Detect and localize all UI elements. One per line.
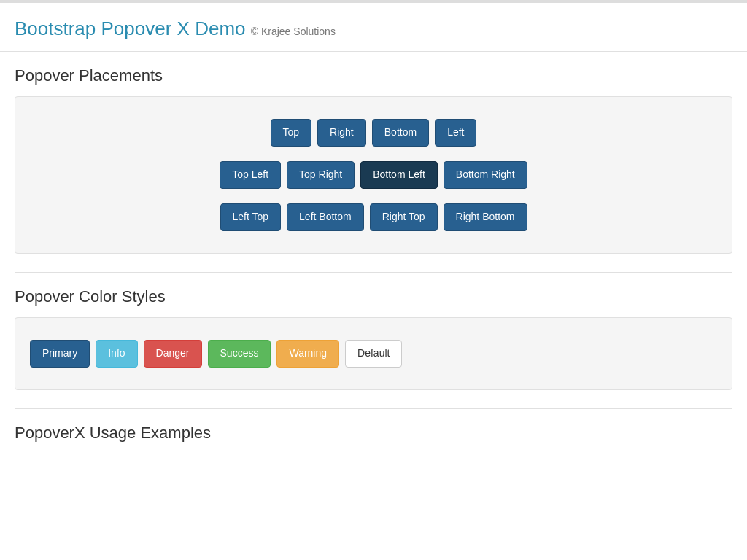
placement-row-3: Left Top Left Bottom Right Top Right Bot… [30,203,717,231]
btn-color-primary[interactable]: Primary [30,340,90,368]
btn-bottom[interactable]: Bottom [372,119,429,147]
color-button-row: Primary Info Danger Success Warning Defa… [30,340,717,368]
copyright-text: © Krajee Solutions [251,26,336,37]
usage-section-title: PopoverX Usage Examples [15,424,732,443]
btn-color-success[interactable]: Success [208,340,271,368]
placements-section-title: Popover Placements [15,66,732,85]
placement-row-2: Top Left Top Right Bottom Left Bottom Ri… [30,161,717,189]
btn-left-top[interactable]: Left Top [220,203,282,231]
btn-color-warning[interactable]: Warning [276,340,339,368]
btn-color-info[interactable]: Info [96,340,137,368]
placements-demo-box: Top Right Bottom Left Top Left Top Right… [15,96,732,254]
btn-left[interactable]: Left [435,119,476,147]
title-text: Bootstrap Popover X Demo [15,18,246,39]
placement-row-1: Top Right Bottom Left [30,119,717,147]
btn-bottom-left[interactable]: Bottom Left [360,161,438,189]
page-title: Bootstrap Popover X Demo © Krajee Soluti… [15,18,732,40]
color-styles-section-title: Popover Color Styles [15,287,732,306]
divider-2 [15,408,732,409]
divider-1 [15,272,732,273]
btn-top-left[interactable]: Top Left [220,161,281,189]
btn-right-bottom[interactable]: Right Bottom [444,203,527,231]
btn-top-right[interactable]: Top Right [287,161,355,189]
btn-color-default[interactable]: Default [345,340,402,368]
btn-right-top[interactable]: Right Top [370,203,438,231]
btn-left-bottom[interactable]: Left Bottom [287,203,364,231]
color-styles-demo-box: Primary Info Danger Success Warning Defa… [15,317,732,390]
btn-color-danger[interactable]: Danger [144,340,202,368]
btn-top[interactable]: Top [271,119,312,147]
btn-right[interactable]: Right [317,119,366,147]
btn-bottom-right[interactable]: Bottom Right [444,161,527,189]
header: Bootstrap Popover X Demo © Krajee Soluti… [0,3,747,52]
main-content: Popover Placements Top Right Bottom Left… [0,52,747,457]
